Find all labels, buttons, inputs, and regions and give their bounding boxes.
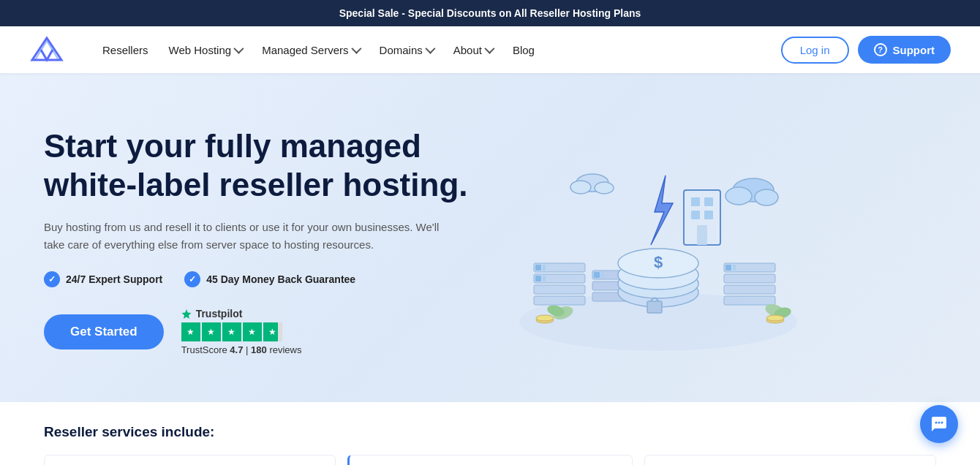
star-3: ★	[222, 322, 241, 341]
nav-item-domains[interactable]: Domains	[371, 38, 442, 62]
trustpilot-star-icon	[181, 309, 192, 319]
chat-button[interactable]	[920, 405, 958, 443]
navbar: Resellers Web Hosting Managed Servers Do…	[0, 26, 980, 73]
svg-point-39	[595, 182, 614, 194]
trustpilot-name: Trustpilot	[196, 308, 243, 320]
chat-icon	[930, 415, 948, 433]
svg-point-51	[941, 422, 943, 424]
hero-cta: Get Started Trustpilot ★ ★ ★ ★ ★ TrustSc…	[44, 308, 497, 355]
svg-rect-29	[691, 197, 700, 206]
support-button[interactable]: ? Support	[858, 36, 951, 64]
hosting-illustration: $	[505, 117, 812, 366]
hero-badges: ✓ 24/7 Expert Support ✓ 45 Day Money Bac…	[44, 271, 497, 287]
chevron-down-icon	[233, 44, 244, 54]
svg-rect-48	[647, 301, 662, 313]
nav-actions: Log in ? Support	[781, 36, 951, 64]
chevron-down-icon	[351, 44, 361, 54]
nav-item-about[interactable]: About	[445, 38, 501, 62]
svg-text:$: $	[654, 253, 663, 271]
hero-subtitle: Buy hosting from us and resell it to cli…	[44, 219, 453, 254]
badge-support: ✓ 24/7 Expert Support	[44, 271, 162, 287]
svg-rect-22	[724, 285, 775, 294]
banner-text: Special Sale - Special Discounts on All …	[339, 7, 641, 19]
svg-rect-14	[601, 272, 604, 278]
svg-rect-32	[704, 211, 713, 219]
badge-money-back: ✓ 45 Day Money Back Guarantee	[184, 271, 355, 287]
services-title: Reseller services include:	[44, 424, 936, 440]
svg-rect-4	[534, 285, 585, 294]
svg-rect-33	[697, 225, 707, 245]
svg-point-45	[536, 315, 554, 321]
svg-rect-2	[534, 263, 585, 272]
service-card-no-extra: 💰 No extra costs Free migrations, SSL, w…	[644, 455, 936, 465]
svg-rect-5	[534, 296, 585, 305]
services-section: Reseller services include: 💳 Money-back …	[0, 402, 980, 465]
chevron-down-icon	[484, 44, 494, 54]
svg-point-47	[766, 315, 784, 321]
svg-rect-3	[534, 274, 585, 283]
trustpilot-header: Trustpilot	[181, 308, 302, 320]
services-cards: 💳 Money-back guarantee Every plan comes …	[44, 455, 936, 465]
star-5-half: ★	[263, 322, 282, 341]
svg-rect-24	[725, 265, 731, 271]
svg-point-38	[570, 181, 591, 194]
nav-item-blog[interactable]: Blog	[504, 38, 543, 62]
svg-point-49	[935, 422, 938, 424]
stars-row: ★ ★ ★ ★ ★	[181, 322, 302, 341]
hero-illustration: $	[497, 117, 819, 366]
svg-rect-7	[535, 276, 541, 281]
svg-rect-21	[724, 274, 775, 283]
star-1: ★	[181, 322, 200, 341]
svg-rect-23	[724, 296, 775, 305]
trust-score: TrustScore 4.7 | 180 reviews	[181, 344, 302, 355]
svg-rect-9	[543, 276, 546, 281]
svg-point-35	[725, 187, 752, 205]
svg-point-50	[938, 422, 941, 424]
star-4: ★	[243, 322, 262, 341]
svg-marker-0	[181, 309, 191, 319]
nav-item-resellers[interactable]: Resellers	[94, 38, 157, 62]
hero-content: Start your fully managed white-label res…	[44, 127, 497, 356]
nav-item-managed-servers[interactable]: Managed Servers	[253, 38, 367, 62]
svg-point-36	[755, 189, 778, 205]
logo[interactable]	[29, 35, 64, 64]
get-started-button[interactable]: Get Started	[44, 314, 164, 349]
svg-rect-13	[594, 272, 600, 278]
star-2: ★	[202, 322, 221, 341]
login-button[interactable]: Log in	[781, 37, 849, 64]
svg-rect-8	[543, 265, 546, 271]
check-icon: ✓	[184, 271, 200, 287]
nav-item-web-hosting[interactable]: Web Hosting	[160, 38, 251, 62]
check-icon: ✓	[44, 271, 60, 287]
support-icon: ?	[874, 43, 887, 56]
service-card-support: 🎧 24/7 Expert Support We are available a…	[347, 455, 633, 465]
promo-banner: Special Sale - Special Discounts on All …	[0, 0, 980, 26]
svg-rect-6	[535, 265, 541, 271]
nav-links: Resellers Web Hosting Managed Servers Do…	[94, 38, 781, 62]
trustpilot-block: Trustpilot ★ ★ ★ ★ ★ TrustScore 4.7 | 18…	[181, 308, 302, 355]
hero-title: Start your fully managed white-label res…	[44, 127, 497, 205]
svg-rect-20	[724, 263, 775, 272]
hero-section: Start your fully managed white-label res…	[0, 73, 980, 402]
svg-rect-31	[691, 211, 700, 219]
service-card-money-back: 💳 Money-back guarantee Every plan comes …	[44, 455, 336, 465]
chevron-down-icon	[425, 44, 435, 54]
svg-rect-25	[733, 265, 736, 271]
svg-rect-30	[704, 197, 713, 206]
